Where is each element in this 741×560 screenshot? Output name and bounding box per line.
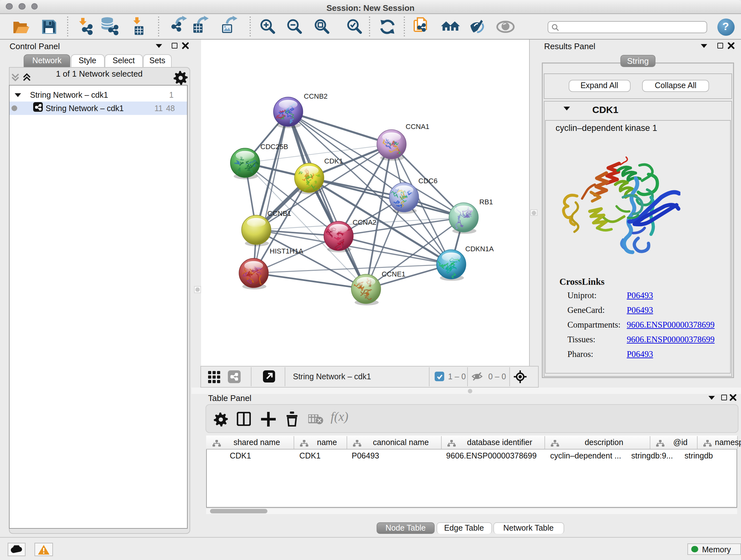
svg-text:CCNB1: CCNB1 [267, 209, 291, 217]
svg-text:CCNE1: CCNE1 [382, 270, 406, 278]
svg-text:CDC25B: CDC25B [260, 143, 288, 151]
svg-text:HIST1H1A: HIST1H1A [270, 247, 303, 255]
svg-text:CCNA2: CCNA2 [353, 219, 377, 226]
svg-text:CCNA1: CCNA1 [406, 123, 429, 131]
svg-text:CDK1: CDK1 [324, 157, 343, 165]
svg-text:CDC6: CDC6 [418, 177, 437, 185]
svg-text:CDKN1A: CDKN1A [465, 245, 494, 253]
svg-text:CCNB2: CCNB2 [304, 92, 328, 100]
svg-text:RB1: RB1 [479, 198, 493, 206]
